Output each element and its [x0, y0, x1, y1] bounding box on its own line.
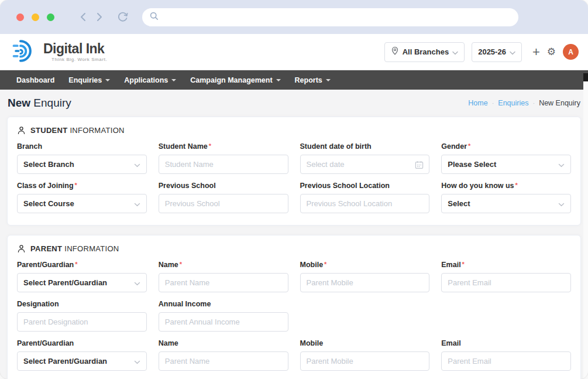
address-bar[interactable]	[142, 8, 518, 26]
nav-item-enquiries[interactable]: Enquiries	[61, 70, 117, 90]
add-new-button[interactable]: +	[532, 46, 540, 59]
student-name-input[interactable]	[165, 160, 282, 169]
window-controls	[16, 13, 54, 21]
academic-year-selector[interactable]: 2025-26	[472, 42, 522, 62]
reload-button[interactable]	[116, 11, 129, 23]
academic-year-value: 2025-26	[478, 47, 506, 56]
user-icon	[17, 126, 26, 135]
previous-school-input[interactable]	[165, 199, 282, 208]
field-label-annual-income: Annual Income	[159, 300, 288, 308]
browser-toolbar	[0, 0, 588, 34]
maximize-window-button[interactable]	[47, 13, 54, 21]
select-value: Select Parent/Guardian	[23, 357, 107, 366]
main-nav: DashboardEnquiriesApplicationsCampaign M…	[0, 70, 588, 90]
brand-logo[interactable]: Digital Ink Think Big. Work Smart.	[12, 38, 107, 66]
email-input[interactable]	[448, 357, 565, 366]
calendar-icon	[415, 161, 424, 169]
empty-cell	[300, 300, 430, 332]
email-field	[441, 273, 571, 292]
nav-item-reports[interactable]: Reports	[288, 70, 338, 90]
nav-item-campaign-management[interactable]: Campaign Management	[183, 70, 287, 90]
nav-item-label: Applications	[124, 76, 168, 84]
parent-guardian-select[interactable]: Select Parent/Guardian	[17, 351, 147, 371]
mobile-input[interactable]	[307, 357, 424, 366]
settings-gear-icon[interactable]: ⚙	[547, 46, 556, 58]
chevron-down-icon	[558, 159, 565, 170]
breadcrumb-home[interactable]: Home	[468, 99, 487, 107]
required-asterisk: *	[324, 261, 326, 268]
field-label-parent-guardian: Parent/Guardian*	[17, 261, 147, 269]
nav-item-label: Reports	[295, 76, 322, 84]
email-input[interactable]	[448, 278, 565, 287]
field-label-mobile: Mobile	[300, 339, 430, 347]
annual-income-field	[159, 312, 288, 332]
browser-window: Digital Ink Think Big. Work Smart. All B…	[0, 0, 588, 379]
branch-selector-value: All Branches	[403, 47, 449, 56]
brand-tagline: Think Big. Work Smart.	[43, 57, 107, 62]
previous-school-location-input[interactable]	[307, 199, 424, 208]
breadcrumb-separator: ·	[492, 100, 494, 107]
name-field	[159, 351, 288, 371]
user-avatar[interactable]: A	[563, 44, 579, 60]
field-label-name: Name*	[159, 261, 288, 269]
branch-selector[interactable]: All Branches	[384, 42, 465, 62]
designation-field	[17, 312, 147, 332]
name-field	[159, 273, 288, 292]
chevron-down-icon	[134, 356, 140, 367]
breadcrumb: Home·Enquiries·New Enquiry	[468, 99, 580, 107]
parent-information-card: PARENT INFORMATIONParent/Guardian*Select…	[7, 235, 581, 379]
student-date-of-birth-date-field	[300, 155, 430, 174]
section-header: STUDENT INFORMATION	[8, 117, 580, 142]
nav-item-applications[interactable]: Applications	[117, 70, 183, 90]
parent-guardian-select[interactable]: Select Parent/Guardian	[17, 273, 147, 292]
student-information-card: STUDENT INFORMATIONBranchSelect BranchSt…	[7, 117, 581, 226]
user-icon	[17, 244, 26, 253]
field-label-previous-school: Previous School	[159, 182, 288, 190]
select-value: Please Select	[448, 160, 496, 169]
student-name-field	[159, 155, 288, 174]
select-value: Select	[448, 199, 470, 208]
mobile-input[interactable]	[307, 278, 424, 287]
gender-select[interactable]: Please Select	[441, 155, 571, 174]
previous-school-location-field	[300, 194, 430, 213]
select-value: Select Branch	[23, 160, 74, 169]
form-cards: STUDENT INFORMATIONBranchSelect BranchSt…	[0, 117, 588, 379]
required-asterisk: *	[209, 142, 211, 149]
how-do-you-know-us-select[interactable]: Select	[441, 194, 571, 213]
branch-select[interactable]: Select Branch	[17, 155, 147, 174]
nav-item-label: Campaign Management	[190, 76, 272, 84]
scrollbar-thumb[interactable]	[583, 73, 588, 81]
section-title-bold: PARENT	[30, 244, 62, 253]
forward-button[interactable]	[95, 12, 104, 22]
field-label-name: Name	[159, 339, 288, 347]
previous-school-field	[159, 194, 288, 213]
breadcrumb-enquiries[interactable]: Enquiries	[498, 99, 528, 107]
student-date-of-birth-input[interactable]	[307, 160, 412, 169]
field-label-email: Email	[441, 339, 571, 347]
field-label-gender: Gender*	[441, 142, 571, 151]
name-input[interactable]	[165, 278, 282, 287]
minimize-window-button[interactable]	[32, 13, 39, 21]
field-label-class-of-joining: Class of Joining*	[17, 182, 147, 190]
name-input[interactable]	[165, 357, 282, 366]
nav-item-label: Enquiries	[68, 76, 102, 84]
annual-income-input[interactable]	[165, 317, 282, 326]
field-label-how-do-you-know-us: How do you know us*	[441, 182, 571, 190]
class-of-joining-select[interactable]: Select Course	[17, 194, 147, 213]
scrollbar-track[interactable]	[583, 73, 588, 379]
field-label-student-date-of-birth: Student date of birth	[300, 142, 430, 151]
page-title: New Enquiry	[8, 97, 71, 110]
nav-item-dashboard[interactable]: Dashboard	[9, 70, 61, 90]
address-search-input[interactable]	[164, 13, 511, 22]
caret-down-icon	[276, 79, 281, 81]
required-asterisk: *	[515, 182, 518, 189]
designation-input[interactable]	[23, 317, 140, 326]
select-value: Select Course	[23, 199, 74, 208]
section-title-rest: INFORMATION	[70, 126, 124, 135]
section-header: PARENT INFORMATION	[8, 235, 580, 261]
app-header: Digital Ink Think Big. Work Smart. All B…	[0, 34, 588, 70]
caret-down-icon	[326, 79, 331, 81]
back-button[interactable]	[79, 12, 87, 22]
field-label-branch: Branch	[17, 142, 147, 151]
close-window-button[interactable]	[16, 13, 24, 21]
